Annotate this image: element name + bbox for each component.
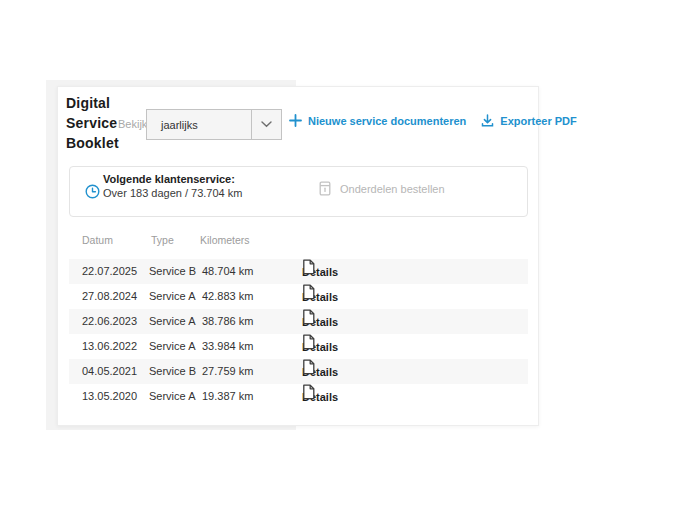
service-booklet-card: Digital Service Booklet Bekijk jaarlijks… [57, 86, 539, 426]
order-parts-label: Onderdelen bestellen [340, 183, 445, 195]
cell-kilometers: 27.759 km [202, 359, 253, 384]
document-icon [302, 284, 315, 300]
next-service-box: Volgende klantenservice: Over 183 dagen … [69, 166, 528, 217]
download-icon [481, 114, 494, 127]
cell-date: 22.06.2023 [82, 309, 137, 334]
table-row: 13.05.2020 Service A 19.387 km Details [69, 384, 528, 409]
interval-dropdown-value: jaarlijks [147, 110, 251, 139]
cell-type: Service A [149, 384, 195, 409]
table-row: 22.06.2023 Service A 38.786 km Details [69, 309, 528, 334]
cell-kilometers: 38.786 km [202, 309, 253, 334]
export-pdf-button[interactable]: Exporteer PDF [481, 114, 576, 127]
new-service-label: Nieuwe service documenteren [308, 115, 466, 127]
new-service-button[interactable]: Nieuwe service documenteren [289, 114, 466, 127]
details-button[interactable]: Details [302, 284, 338, 309]
table-row: 22.07.2025 Service B 48.704 km Details [69, 259, 528, 284]
details-button[interactable]: Details [302, 384, 338, 409]
cell-date: 22.07.2025 [82, 259, 137, 284]
cell-date: 04.05.2021 [82, 359, 137, 384]
next-service-text: Volgende klantenservice: Over 183 dagen … [103, 173, 253, 200]
export-pdf-label: Exporteer PDF [500, 115, 576, 127]
view-label: Bekijk [118, 118, 147, 130]
cell-date: 27.08.2024 [82, 284, 137, 309]
interval-dropdown[interactable]: jaarlijks [146, 109, 282, 140]
service-history-table: 22.07.2025 Service B 48.704 km Details 2… [69, 259, 528, 409]
next-service-heading: Volgende klantenservice: [103, 173, 253, 186]
table-header: Datum Type Kilometers [69, 234, 528, 252]
cell-type: Service B [149, 359, 196, 384]
clock-icon [85, 184, 100, 199]
chevron-down-icon [251, 110, 281, 139]
document-icon [302, 359, 315, 375]
document-icon [302, 259, 315, 275]
document-icon [302, 334, 315, 350]
cell-type: Service B [149, 259, 196, 284]
cell-kilometers: 48.704 km [202, 259, 253, 284]
cell-date: 13.06.2022 [82, 334, 137, 359]
cell-type: Service A [149, 309, 195, 334]
details-button[interactable]: Details [302, 334, 338, 359]
column-header-kilometers: Kilometers [200, 234, 250, 246]
table-row: 04.05.2021 Service B 27.759 km Details [69, 359, 528, 384]
cell-kilometers: 33.984 km [202, 334, 253, 359]
parts-icon [319, 181, 331, 196]
document-icon [302, 309, 315, 325]
header-actions: Nieuwe service documenteren Exporteer PD… [289, 114, 577, 127]
plus-icon [289, 114, 302, 127]
cell-type: Service A [149, 334, 195, 359]
order-parts-button[interactable]: Onderdelen bestellen [319, 181, 445, 196]
table-row: 13.06.2022 Service A 33.984 km Details [69, 334, 528, 359]
details-button[interactable]: Details [302, 359, 338, 384]
table-row: 27.08.2024 Service A 42.883 km Details [69, 284, 528, 309]
cell-date: 13.05.2020 [82, 384, 137, 409]
column-header-type: Type [151, 234, 174, 246]
details-button[interactable]: Details [302, 259, 338, 284]
cell-kilometers: 42.883 km [202, 284, 253, 309]
next-service-due: Over 183 dagen / 73.704 km [103, 187, 253, 200]
cell-type: Service A [149, 284, 195, 309]
cell-kilometers: 19.387 km [202, 384, 253, 409]
document-icon [302, 384, 315, 400]
column-header-date: Datum [82, 234, 113, 246]
details-button[interactable]: Details [302, 309, 338, 334]
